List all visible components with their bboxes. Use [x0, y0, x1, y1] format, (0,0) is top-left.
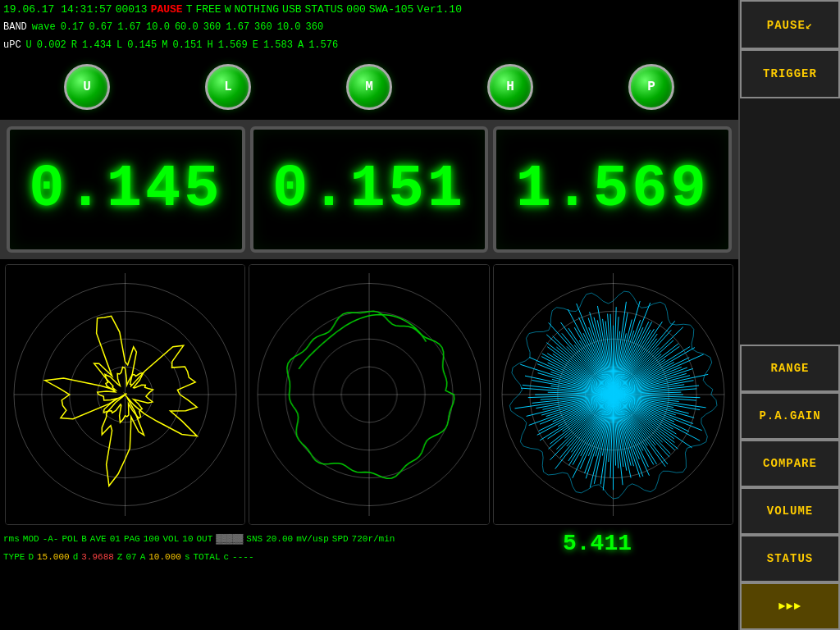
z-label: Z [117, 552, 123, 562]
spd-label: SPD [332, 534, 349, 544]
pause-label: PAUSE [151, 3, 183, 16]
status-button[interactable]: STATUS [740, 535, 840, 582]
band-val-3: 1.67 [117, 21, 141, 33]
compare-button-label: COMPARE [763, 457, 817, 470]
right-panel: PAUSE↙ TRIGGER RANGE P.A.GAIN COMPARE VO… [738, 0, 840, 630]
sns-unit: mV/usp [296, 534, 329, 544]
knob-l-label: L [224, 80, 232, 94]
pause-button[interactable]: PAUSE↙ [740, 0, 840, 49]
band-val-5: 60.0 [175, 21, 199, 33]
knob-p-label: P [647, 80, 655, 94]
vol-value: 10 [182, 534, 193, 544]
d2-label: d [73, 552, 79, 562]
l-value: 0.145 [127, 39, 157, 51]
lcd-m-value: 0.151 [272, 156, 466, 223]
knob-u[interactable]: U [64, 64, 110, 110]
a-label: A [298, 39, 304, 51]
s-label: s [185, 552, 190, 562]
wave-label: wave [32, 21, 56, 33]
l-label: L [116, 39, 122, 51]
knob-p[interactable]: P [628, 64, 674, 110]
sns-label: SNS [246, 534, 262, 544]
ave-value: 01 [110, 534, 121, 544]
a-value: 1.576 [308, 39, 338, 51]
m-label: M [162, 39, 167, 51]
band-val-9: 10.0 [277, 21, 301, 33]
status-bar: 19.06.17 14:31:57 00013 PAUSE T FREE W N… [0, 0, 738, 18]
id-value: 00013 [116, 3, 148, 16]
band-label: BAND [3, 21, 27, 33]
pol-value: B [81, 534, 87, 544]
knob-l[interactable]: L [205, 64, 251, 110]
e-label: E [253, 39, 258, 51]
r-label: R [71, 39, 77, 51]
device-label: SWA-105 [369, 3, 414, 16]
big-value: 5.411 [563, 531, 632, 556]
upc-row: uPC U 0.002 R 1.434 L 0.145 M 0.151 H 1.… [0, 36, 738, 54]
d-label: D [28, 552, 34, 562]
range-button-label: RANGE [770, 362, 809, 375]
lcd-l-value: 0.145 [29, 156, 222, 223]
d-value: 15.000 [37, 552, 70, 562]
r-value: 1.434 [82, 39, 112, 51]
lcd-panel-m: 0.151 [250, 126, 489, 253]
band-val-4: 10.0 [146, 21, 170, 33]
band-val-6: 360 [203, 21, 221, 33]
forward-button[interactable]: ►►► [740, 582, 840, 630]
lcd-panel-l: 0.145 [7, 126, 245, 253]
w-value: NOTHING [235, 3, 280, 16]
u-label: U [26, 39, 32, 51]
mod-label: MOD [23, 534, 39, 544]
knob-h[interactable]: H [487, 64, 533, 110]
pag-value: 100 [144, 534, 160, 544]
w-label: W [225, 3, 231, 16]
volume-button-label: VOLUME [767, 504, 813, 518]
lcd-panel-h: 1.569 [493, 126, 732, 253]
knob-m-label: M [365, 80, 373, 94]
out-value: ▓▓▓▓▓ [216, 534, 243, 544]
m-value: 0.151 [172, 39, 202, 51]
status-label: STATUS [305, 3, 344, 16]
d2-value: 3.9688 [81, 552, 114, 562]
a-label2: A [140, 552, 146, 562]
pa-gain-button[interactable]: P.A.GAIN [740, 392, 840, 440]
band-row: BAND wave 0.17 0.67 1.67 10.0 60.0 360 1… [0, 18, 738, 36]
out-label: OUT [197, 534, 213, 544]
range-button[interactable]: RANGE [740, 345, 840, 392]
knob-u-label: U [83, 80, 91, 94]
z-value: 07 [126, 552, 136, 562]
radar-canvas-center [249, 265, 488, 524]
total-value: c [224, 552, 230, 562]
total-label: TOTAL [193, 552, 220, 562]
knob-row: U L M H P [0, 54, 738, 120]
status-button-label: STATUS [767, 552, 813, 565]
knob-m[interactable]: M [346, 64, 392, 110]
compare-button[interactable]: COMPARE [740, 440, 840, 487]
band-val-10: 360 [306, 21, 324, 33]
pause-button-label: PAUSE↙ [767, 18, 813, 32]
radar-left [5, 264, 245, 525]
type-label: TYPE [3, 552, 25, 562]
rms-label: rms [3, 534, 20, 544]
mod-value: -A- [43, 534, 59, 544]
knob-h-label: H [506, 80, 514, 94]
radar-center [249, 264, 489, 525]
radar-canvas-right [494, 265, 733, 524]
vol-label: VOL [163, 534, 180, 544]
volume-button[interactable]: VOLUME [740, 487, 840, 535]
trigger-button[interactable]: TRIGGER [740, 49, 840, 98]
pag-label: PAG [124, 534, 140, 544]
display-row: 0.145 0.151 1.569 [0, 120, 738, 259]
e-value: 1.583 [263, 39, 293, 51]
u-value: 0.002 [37, 39, 66, 51]
usb-label: USB [282, 3, 301, 16]
band-val-2: 0.67 [89, 21, 112, 33]
datetime: 19.06.17 14:31:57 [3, 3, 112, 16]
ave-label: AVE [90, 534, 107, 544]
forward-button-label: ►►► [778, 600, 801, 613]
spd-value: 720r/min [352, 534, 395, 544]
version-label: Ver1.10 [417, 3, 462, 16]
upc-label: uPC [3, 39, 21, 51]
a-value2: 10.000 [148, 552, 181, 562]
radar-canvas-left [6, 265, 244, 524]
